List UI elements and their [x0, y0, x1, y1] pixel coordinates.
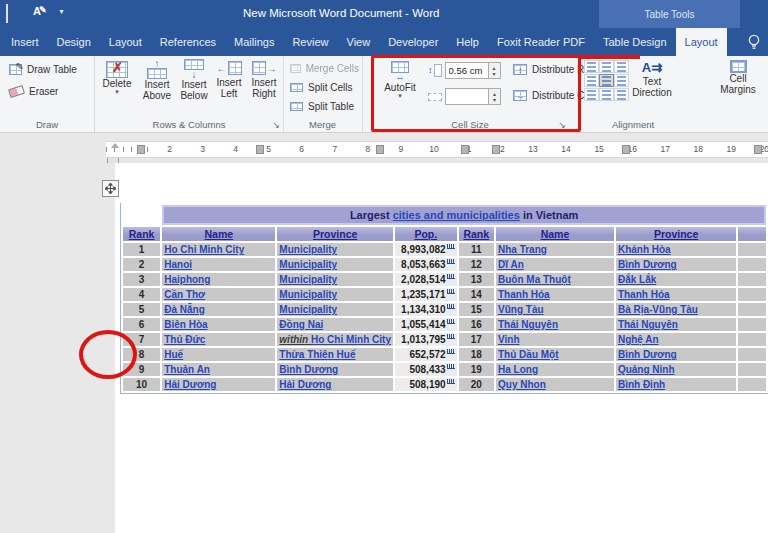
province-link[interactable]: Municipality — [279, 274, 337, 285]
header-province-2[interactable]: Province — [616, 227, 736, 241]
province-link[interactable]: Khánh Hòa — [618, 244, 671, 255]
draw-table-button[interactable]: ✎ Draw Table — [6, 63, 94, 76]
split-table-button[interactable]: Split Table — [287, 100, 362, 113]
province-link[interactable]: Bình Dương — [618, 349, 677, 360]
style-pen-icon[interactable]: A✎ — [33, 4, 49, 19]
city-link[interactable]: Cần Thơ — [164, 289, 205, 300]
column-width-input[interactable] — [446, 89, 488, 104]
ribbon-tab[interactable]: Insert — [2, 28, 48, 56]
province-link[interactable]: Quảng Ninh — [618, 364, 675, 375]
city-link[interactable]: Ho Chi Minh City — [164, 244, 244, 255]
city-link[interactable]: Thủ Dầu Một — [498, 349, 559, 360]
align-bottom-center-button[interactable] — [599, 88, 614, 101]
citation-marker[interactable] — [447, 364, 455, 369]
table-column-marker[interactable] — [492, 145, 500, 154]
city-link[interactable]: Nha Trang — [498, 244, 547, 255]
row-height-input[interactable] — [446, 63, 488, 78]
text-direction-button[interactable]: A⇉ Text Direction — [630, 60, 674, 98]
qat-customize-icon[interactable]: ▾ — [60, 7, 64, 16]
citation-marker[interactable] — [447, 349, 455, 354]
province-link[interactable]: Nghệ An — [618, 334, 659, 345]
city-link[interactable]: Hanoi — [164, 259, 192, 270]
table-column-marker[interactable] — [754, 145, 762, 154]
province-link[interactable]: Municipality — [279, 289, 337, 300]
ribbon-tab[interactable]: Layout — [676, 28, 727, 56]
align-center-left-button[interactable] — [584, 74, 599, 87]
ribbon-tab[interactable]: Developer — [379, 28, 447, 56]
autofit-button[interactable]: ↔ AutoFit ▾ — [380, 61, 420, 99]
province-link[interactable]: Hải Dương — [279, 379, 331, 390]
ribbon-tab[interactable]: Mailings — [225, 28, 283, 56]
ribbon-tab[interactable]: Review — [283, 28, 337, 56]
city-link[interactable]: Vũng Tàu — [498, 304, 544, 315]
ribbon-tab[interactable]: Layout — [100, 28, 151, 56]
insert-left-button[interactable]: ← Insert Left — [212, 59, 246, 99]
header-rank[interactable]: Rank — [123, 227, 160, 241]
ribbon-tab[interactable]: Table Design — [594, 28, 676, 56]
citation-marker[interactable] — [447, 259, 455, 264]
split-cells-button[interactable]: Split Cells — [287, 81, 362, 94]
city-link[interactable]: Ha Long — [498, 364, 538, 375]
city-link[interactable]: Thanh Hóa — [498, 289, 550, 300]
header-pop[interactable]: Pop. — [395, 227, 457, 241]
row-height-spinner[interactable]: ▴▾ — [488, 63, 500, 78]
city-link[interactable]: Vinh — [498, 334, 519, 345]
header-name[interactable]: Name — [162, 227, 275, 241]
province-link[interactable]: Đắk Lắk — [618, 274, 656, 285]
table-column-marker[interactable] — [622, 145, 630, 154]
table-properties-icon[interactable] — [6, 5, 22, 19]
ribbon-tab[interactable]: View — [338, 28, 380, 56]
tell-me-lightbulb-icon[interactable] — [746, 33, 762, 55]
eraser-button[interactable]: Eraser — [6, 85, 94, 98]
align-center-right-button[interactable] — [614, 74, 629, 87]
rows-columns-dialog-launcher-icon[interactable]: ↘ — [272, 121, 280, 129]
delete-button[interactable]: ✗ Delete ▾ — [99, 61, 135, 95]
province-link[interactable]: Thanh Hóa — [618, 289, 670, 300]
table-column-marker[interactable] — [137, 145, 145, 154]
insert-below-button[interactable]: ↓ Insert Below — [176, 59, 212, 101]
align-top-left-button[interactable] — [584, 60, 599, 73]
city-link[interactable]: Đà Nẵng — [164, 304, 205, 315]
province-link[interactable]: Bình Định — [618, 379, 665, 390]
citation-marker[interactable] — [447, 304, 455, 309]
align-center-button[interactable] — [599, 74, 614, 87]
province-link[interactable]: Thừa Thiên Huế — [279, 349, 355, 360]
city-link[interactable]: Thủ Đức — [164, 334, 205, 345]
province-link[interactable]: Bình Dương — [618, 259, 677, 270]
city-link[interactable]: Thuận An — [164, 364, 210, 375]
cell-margins-button[interactable]: Cell Margins — [703, 60, 768, 95]
header-pop-2[interactable] — [738, 227, 766, 241]
citation-marker[interactable] — [447, 274, 455, 279]
city-link[interactable]: Thái Nguyên — [498, 319, 558, 330]
first-line-indent-marker[interactable] — [111, 143, 119, 148]
insert-above-button[interactable]: ↑ Insert Above — [139, 59, 175, 101]
province-link[interactable]: Bình Dương — [279, 364, 338, 375]
align-bottom-right-button[interactable] — [614, 88, 629, 101]
citation-marker[interactable] — [447, 244, 455, 249]
align-top-center-button[interactable] — [599, 60, 614, 73]
header-province[interactable]: Province — [277, 227, 393, 241]
title-link[interactable]: cities and municipalities — [393, 209, 520, 221]
ribbon-tab[interactable]: References — [151, 28, 225, 56]
province-link[interactable]: Municipality — [279, 244, 337, 255]
ribbon-tab[interactable]: Foxit Reader PDF — [488, 28, 594, 56]
table-column-marker[interactable] — [461, 145, 469, 154]
city-link[interactable]: Haiphong — [164, 274, 210, 285]
ribbon-tab[interactable]: Help — [447, 28, 488, 56]
citation-marker[interactable] — [447, 289, 455, 294]
table-move-handle[interactable] — [102, 180, 119, 197]
province-link[interactable]: Thái Nguyên — [618, 319, 678, 330]
city-link[interactable]: Biên Hòa — [164, 319, 207, 330]
citation-marker[interactable] — [447, 379, 455, 384]
province-link[interactable]: Municipality — [279, 304, 337, 315]
table-column-marker[interactable] — [376, 145, 384, 154]
citation-marker[interactable] — [447, 319, 455, 324]
city-link[interactable]: Dĩ An — [498, 259, 524, 270]
insert-right-button[interactable]: → Insert Right — [246, 59, 282, 99]
column-width-spinner[interactable]: ▴▾ — [488, 89, 500, 104]
align-bottom-left-button[interactable] — [584, 88, 599, 101]
province-link[interactable]: Bà Rịa-Vũng Tàu — [618, 304, 698, 315]
province-link[interactable]: Municipality — [279, 259, 337, 270]
header-name-2[interactable]: Name — [496, 227, 614, 241]
header-rank-2[interactable]: Rank — [459, 227, 494, 241]
